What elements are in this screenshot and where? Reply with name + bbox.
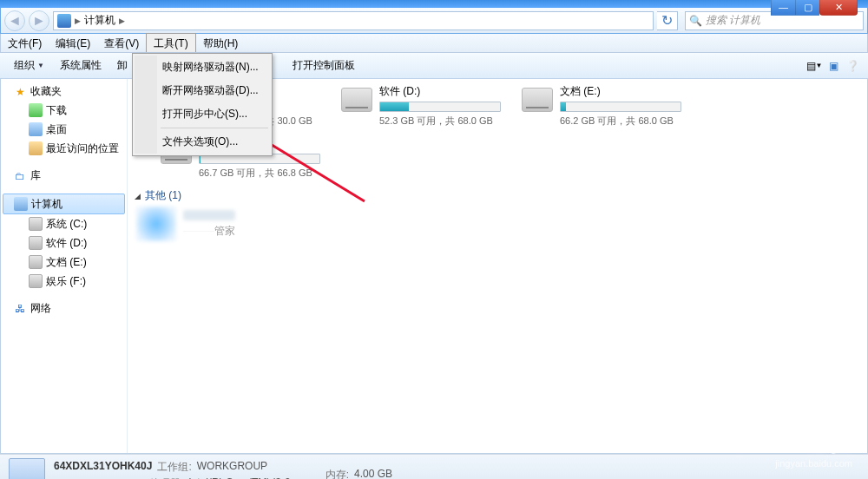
window-controls: — ▢ ✕ — [771, 0, 858, 16]
sidebar-drive-f[interactable]: 娱乐 (F:) — [1, 272, 127, 291]
other-item[interactable]: ———管家 — [136, 207, 860, 241]
back-button[interactable]: ◄ — [4, 10, 25, 31]
drive-label: 文档 (E:) — [560, 84, 681, 99]
uninstall-button[interactable]: 卸 — [110, 55, 135, 76]
memory-value: 4.00 GB — [354, 468, 392, 479]
minimize-button[interactable]: — — [771, 0, 795, 16]
menu-item-folder-options[interactable]: 文件夹选项(O)... — [135, 130, 270, 154]
network-icon: 🖧 — [13, 302, 27, 316]
menu-edit[interactable]: 编辑(E) — [49, 34, 97, 52]
drive-free-text: 52.3 GB 可用，共 68.0 GB — [379, 115, 501, 128]
blurred-icon — [136, 207, 176, 241]
group-header-other[interactable]: ◢ 其他 (1) — [135, 188, 860, 203]
address-breadcrumb[interactable]: ▶ 计算机 ▶ — [53, 11, 654, 30]
drive-icon — [29, 274, 43, 288]
drive-icon — [29, 236, 43, 250]
close-button[interactable]: ✕ — [819, 0, 858, 16]
command-toolbar: 组织▼ 系统属性 卸 打开控制面板 ▤▼ ▣ ❔ — [0, 53, 868, 79]
drive-item[interactable]: 文档 (E:) 66.2 GB 可用，共 68.0 GB — [522, 84, 681, 128]
menu-bar: 文件(F) 编辑(E) 查看(V) 工具(T) 帮助(H) — [0, 34, 868, 53]
computer-icon — [57, 14, 71, 28]
drive-item[interactable]: 软件 (D:) 52.3 GB 可用，共 68.0 GB — [341, 84, 501, 128]
library-icon: 🗀 — [13, 169, 27, 183]
breadcrumb-location[interactable]: 计算机 — [84, 13, 115, 28]
computer-large-icon — [9, 458, 45, 480]
blurred-text — [183, 210, 235, 220]
computer-icon — [14, 197, 28, 211]
drive-icon — [522, 88, 553, 112]
chevron-down-icon: ◢ — [135, 192, 141, 200]
sidebar-drive-e[interactable]: 文档 (E:) — [1, 253, 127, 272]
watermark: Baidu 经验 jingyan.baidu.com — [732, 428, 852, 469]
computer-name-value: 64XDXL31YOHK40J — [54, 460, 152, 475]
drive-usage-bar — [560, 102, 681, 112]
menu-item-open-sync-center[interactable]: 打开同步中心(S)... — [135, 102, 270, 126]
drive-label: 软件 (D:) — [379, 84, 501, 99]
cpu-value: Intel(R) Core(TM) i3-2... — [188, 476, 299, 480]
menu-file[interactable]: 文件(F) — [1, 34, 49, 52]
refresh-button[interactable]: ↻ — [657, 11, 678, 30]
sidebar-network[interactable]: 🖧网络 — [1, 299, 127, 318]
drive-icon — [29, 217, 43, 231]
chevron-right-icon: ▶ — [75, 16, 81, 25]
desktop-icon — [29, 122, 43, 136]
search-placeholder: 搜索 计算机 — [706, 13, 760, 28]
help-button[interactable]: ❔ — [844, 57, 861, 75]
sidebar-desktop[interactable]: 桌面 — [1, 120, 127, 139]
drive-free-text: 66.7 GB 可用，共 66.8 GB — [199, 167, 320, 180]
sidebar-favorites[interactable]: ★收藏夹 — [1, 82, 127, 101]
sidebar-libraries[interactable]: 🗀库 — [1, 167, 127, 185]
organize-button[interactable]: 组织▼ — [7, 55, 51, 76]
sidebar-downloads[interactable]: 下载 — [1, 101, 127, 120]
drive-usage-bar — [379, 102, 501, 112]
sidebar-drive-d[interactable]: 软件 (D:) — [1, 233, 127, 253]
navigation-sidebar: ★收藏夹 下载 桌面 最近访问的位置 🗀库 计算机 系统 (C:) 软件 (D:… — [1, 79, 128, 453]
system-properties-button[interactable]: 系统属性 — [53, 55, 108, 76]
chevron-down-icon: ▼ — [37, 62, 44, 69]
sidebar-drive-c[interactable]: 系统 (C:) — [1, 214, 127, 233]
sidebar-recent[interactable]: 最近访问的位置 — [1, 139, 127, 158]
workgroup-value: WORKGROUP — [197, 460, 267, 475]
workgroup-label: 工作组: — [157, 460, 191, 475]
memory-label: 内存: — [326, 468, 349, 479]
preview-pane-button[interactable]: ▣ — [825, 57, 842, 75]
watermark-brand: Baidu 经验 — [732, 428, 852, 458]
chevron-right-icon: ▶ — [119, 16, 125, 25]
title-bar: — ▢ ✕ — [0, 0, 868, 8]
cpu-label: 处理器: — [149, 476, 183, 480]
menu-item-map-network-drive[interactable]: 映射网络驱动器(N)... — [135, 56, 270, 79]
view-options-button[interactable]: ▤▼ — [806, 57, 823, 75]
downloads-icon — [29, 103, 43, 117]
drive-free-text: 66.2 GB 可用，共 68.0 GB — [560, 115, 681, 128]
open-control-panel-button[interactable]: 打开控制面板 — [286, 55, 362, 76]
other-item-suffix: ———管家 — [183, 224, 235, 239]
menu-help[interactable]: 帮助(H) — [196, 34, 246, 52]
main-area: ★收藏夹 下载 桌面 最近访问的位置 🗀库 计算机 系统 (C:) 软件 (D:… — [0, 79, 868, 454]
star-icon: ★ — [13, 85, 27, 99]
menu-separator — [161, 128, 268, 128]
menu-view[interactable]: 查看(V) — [97, 34, 146, 52]
drive-icon — [29, 255, 43, 269]
nav-bar: ◄ ► ▶ 计算机 ▶ ↻ 🔍 搜索 计算机 — [0, 8, 868, 34]
forward-button[interactable]: ► — [29, 10, 49, 31]
tools-dropdown: 映射网络驱动器(N)... 断开网络驱动器(D)... 打开同步中心(S)...… — [132, 53, 273, 156]
sidebar-computer[interactable]: 计算机 — [3, 194, 125, 214]
search-icon: 🔍 — [689, 15, 702, 27]
maximize-button[interactable]: ▢ — [795, 0, 819, 16]
recent-icon — [29, 141, 43, 155]
menu-item-disconnect-network-drive[interactable]: 断开网络驱动器(D)... — [135, 79, 270, 102]
watermark-url: jingyan.baidu.com — [732, 458, 852, 469]
drive-icon — [341, 88, 372, 112]
menu-tools[interactable]: 工具(T) — [146, 33, 195, 52]
